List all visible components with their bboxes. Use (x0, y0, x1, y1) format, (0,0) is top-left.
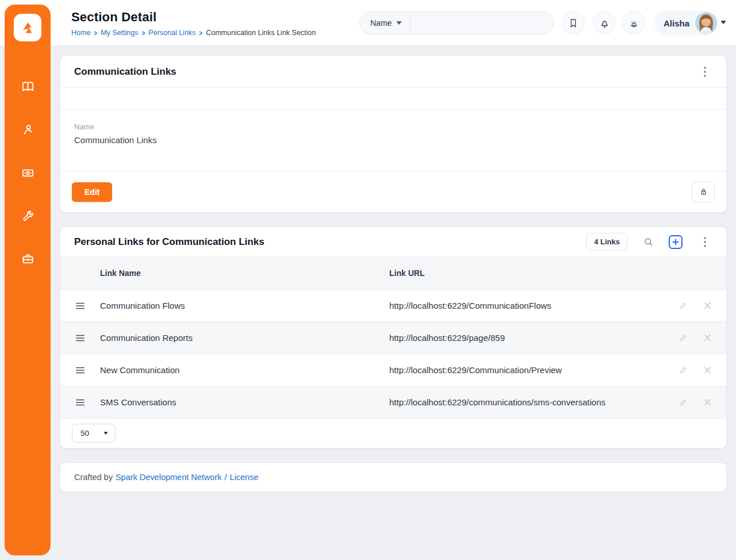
row-actions (651, 366, 726, 374)
delete-link-icon[interactable] (704, 302, 711, 309)
delete-link-icon[interactable] (704, 366, 711, 374)
bell-icon (599, 18, 610, 29)
breadcrumb-separator: > (94, 29, 97, 36)
drag-handle[interactable] (60, 302, 100, 309)
breadcrumb-my-settings[interactable]: My Settings (101, 29, 138, 37)
page-title: Section Detail (71, 10, 316, 25)
link-url-cell: http://localhost:6229/page/859 (389, 333, 651, 343)
page-head: Section Detail Home > My Settings > Pers… (71, 10, 316, 37)
sidebar-item-people[interactable] (21, 79, 34, 93)
sidebar (5, 5, 51, 555)
table-row: Communication Reports http://localhost:6… (60, 321, 726, 354)
grid-pagination: 50 (60, 418, 726, 448)
section-panel-header: Communication Links (60, 56, 726, 88)
breadcrumb-home[interactable]: Home (71, 29, 90, 37)
drag-handle-icon (76, 367, 85, 374)
money-icon (21, 166, 34, 179)
search-filter-label: Name (370, 18, 392, 28)
link-url-cell: http://localhost:6229/Communication/Prev… (389, 365, 651, 375)
drag-handle[interactable] (60, 399, 100, 406)
link-name-cell: Communication Reports (100, 333, 389, 343)
links-panel-title: Personal Links for Communication Links (74, 236, 264, 248)
kebab-menu-icon (704, 237, 706, 247)
person-icon (21, 123, 34, 136)
sun-horizon-icon (628, 18, 639, 29)
spark-network-link[interactable]: Spark Development Network (116, 473, 222, 482)
lock-icon (699, 187, 708, 196)
footer-prefix: Crafted by (74, 473, 113, 482)
links-panel-controls: 4 Links (586, 233, 712, 251)
book-icon (21, 80, 34, 93)
sidebar-item-tools[interactable] (21, 209, 34, 223)
link-name-cell: Communication Flows (100, 301, 389, 310)
row-actions (651, 333, 726, 342)
drag-handle-icon (76, 302, 85, 309)
link-name-cell: SMS Conversations (100, 397, 389, 407)
links-panel-header: Personal Links for Communication Links 4… (60, 227, 726, 257)
user-menu[interactable]: Alisha (654, 10, 719, 36)
sidebar-nav (21, 79, 34, 266)
search-filter-dropdown[interactable]: Name (360, 12, 411, 34)
briefcase-icon (21, 252, 34, 266)
grid-options-button[interactable] (697, 235, 712, 250)
link-name-cell: New Communication (100, 365, 389, 375)
edit-link-icon[interactable] (679, 398, 688, 406)
breadcrumb-personal-links[interactable]: Personal Links (148, 29, 195, 37)
edit-link-icon[interactable] (679, 366, 688, 374)
table-row: New Communication http://localhost:6229/… (60, 354, 726, 386)
page-size-select[interactable]: 50 (72, 424, 116, 443)
row-actions (651, 301, 726, 310)
column-link-name: Link Name (100, 269, 389, 278)
plus-icon (672, 239, 679, 246)
edit-link-icon[interactable] (679, 301, 688, 310)
sidebar-item-finance[interactable] (21, 166, 34, 179)
breadcrumb-separator: > (199, 29, 202, 36)
section-panel-body: Name Communication Links (60, 110, 726, 171)
breadcrumb-separator: > (142, 29, 145, 36)
user-name: Alisha (664, 18, 689, 28)
edit-button[interactable]: Edit (72, 182, 112, 202)
delete-link-icon[interactable] (704, 334, 711, 342)
user-menu-caret-icon[interactable] (720, 21, 726, 24)
links-count-badge[interactable]: 4 Links (586, 233, 628, 251)
drag-handle-icon (76, 399, 85, 406)
global-search: Name (359, 11, 554, 34)
kebab-menu-icon (704, 67, 706, 77)
theme-toggle-button[interactable] (622, 11, 645, 34)
grid-search-button[interactable] (643, 236, 654, 247)
delete-link-icon[interactable] (704, 398, 711, 406)
sidebar-item-person[interactable] (21, 122, 34, 136)
rock-logo-icon (19, 19, 36, 36)
page-footer: Crafted by Spark Development Network / L… (60, 462, 727, 492)
drag-handle[interactable] (60, 367, 100, 374)
drag-handle[interactable] (60, 335, 100, 342)
add-link-button[interactable] (669, 235, 683, 249)
notifications-button[interactable] (593, 11, 616, 34)
section-panel-subheader (60, 88, 726, 110)
avatar (695, 12, 717, 34)
bookmark-icon (568, 18, 578, 28)
name-field-value: Communication Links (74, 135, 712, 145)
page-size-value: 50 (80, 429, 89, 438)
breadcrumb-current: Communication Links Link Section (206, 29, 316, 37)
bookmarks-button[interactable] (562, 11, 585, 34)
rock-logo[interactable] (14, 14, 41, 41)
search-input[interactable] (411, 12, 553, 34)
edit-link-icon[interactable] (679, 333, 688, 342)
table-row: Communication Flows http://localhost:622… (60, 289, 726, 321)
license-link[interactable]: License (230, 473, 259, 482)
link-url-cell: http://localhost:6229/communications/sms… (389, 397, 651, 407)
search-icon (643, 236, 654, 247)
security-button[interactable] (692, 182, 715, 202)
chevron-down-icon (103, 432, 108, 435)
table-row: SMS Conversations http://localhost:6229/… (60, 386, 726, 418)
link-url-cell: http://localhost:6229/CommunicationFlows (389, 301, 651, 310)
drag-handle-icon (76, 335, 85, 342)
name-field-label: Name (74, 122, 712, 131)
section-panel-options-button[interactable] (697, 64, 712, 79)
section-detail-panel: Communication Links Name Communication L… (60, 55, 727, 213)
table-header: Link Name Link URL (60, 257, 726, 289)
row-actions (651, 398, 726, 406)
sidebar-item-work[interactable] (21, 252, 34, 266)
section-panel-footer: Edit (60, 171, 726, 212)
